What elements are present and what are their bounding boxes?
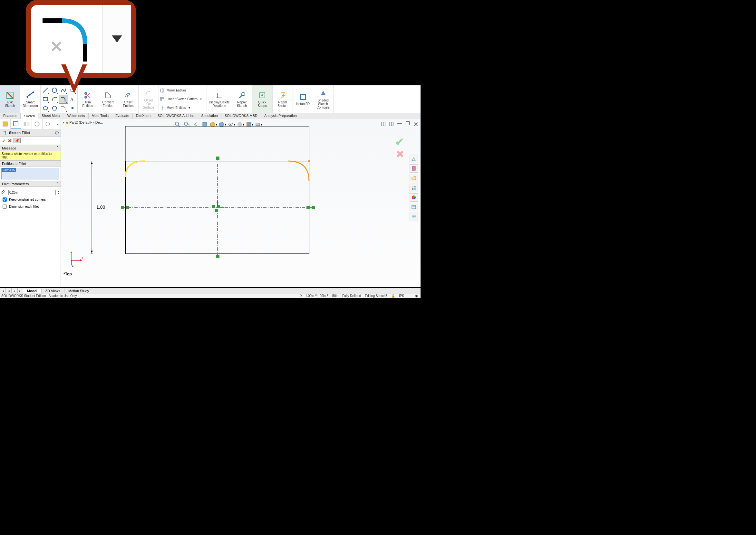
command-manager-tabs: Features Sketch Sheet Metal Weldments Mo… [0,113,421,119]
tab-weldments[interactable]: Weldments [64,113,89,119]
tab-evaluate[interactable]: Evaluate [112,113,133,119]
rectangle-tool-button[interactable] [41,95,50,103]
motion-study-tabs: |◂ ◂ ▸ ▸| Model 3D Views Motion Study 1 [0,288,421,294]
status-edition-text: SOLIDWORKS Student Edition - Academic Us… [0,294,300,297]
svg-rect-84 [212,205,215,208]
radius-icon [1,189,7,195]
tab-sketch[interactable]: Sketch [21,113,38,119]
polygon-tool-button[interactable] [50,104,59,112]
split-left-icon[interactable]: ◫ [381,121,386,128]
graphics-area[interactable]: ▸ ◆ Part2 (Default<<De... ◫ ◫ — ❐ ✕ ▾ ▾ … [61,119,421,287]
message-header: Message [2,146,16,150]
text-tool-button[interactable]: A [68,95,77,103]
svg-rect-24 [160,99,162,100]
help-icon[interactable]: ⓘ [55,130,59,135]
solidworks-resources-button[interactable] [410,155,418,163]
point-tool-button[interactable] [68,104,77,112]
quick-snaps-button[interactable]: Quick Snaps [252,85,273,113]
minimize-icon[interactable]: — [397,121,402,128]
offset-label: Offset Entities [123,100,134,108]
display-manager-tab[interactable] [43,119,53,129]
svg-rect-16 [72,107,73,109]
forum-button[interactable] [410,212,418,221]
tab-mold-tools[interactable]: Mold Tools [89,113,112,119]
view-triad: x z [67,251,83,268]
shaded-sketch-contours-button[interactable]: Shaded Sketch Contours [313,85,334,113]
display-delete-label: Display/Delete Relations [209,100,229,108]
rapid-sketch-button[interactable]: Rapid Sketch [273,85,293,113]
cancel-button[interactable]: ✖ [8,138,12,143]
collapse-icon[interactable]: ˄ [57,182,59,186]
arc-tool-button[interactable] [50,95,59,103]
svg-line-28 [240,95,242,98]
pushpin-button[interactable]: 📌 [14,138,21,143]
display-delete-relations-button[interactable]: Display/Delete Relations [207,85,232,113]
svg-marker-96 [70,251,72,253]
fillet-preview-left [125,161,145,177]
dimxpert-manager-tab[interactable] [32,119,43,129]
design-library-button[interactable] [410,164,418,173]
rapid-label: Rapid Sketch [277,100,287,108]
tab-sheet-metal[interactable]: Sheet Metal [38,113,64,119]
svg-rect-57 [414,186,416,187]
tab-solidworks-addins[interactable]: SOLIDWORKS Add-Ins [154,113,198,119]
sketch-fillet-icon-large [39,15,94,63]
entities-selection-list[interactable]: Fillet<1> [1,168,59,180]
repair-label: Repair Sketch [237,100,247,108]
tab-solidworks-mbd[interactable]: SOLIDWORKS MBD [221,113,261,119]
tab-features[interactable]: Features [0,113,21,119]
svg-point-91 [308,160,310,162]
move-entities-button[interactable]: Move Entities▾ [160,106,202,110]
linear-sketch-pattern-button[interactable]: Linear Sketch Pattern▾ [160,97,202,101]
status-coordinates: X: -1.00in Y: .00in Z: -.50in [300,294,338,297]
property-manager-panel: ▸ Sketch Fillet ⓘ ✔ ✖ 📌 Message˄ Select … [0,119,61,287]
instant2d-button[interactable]: Instant2D [293,85,313,113]
breadcrumb-text[interactable]: Part2 (Default<<De... [69,121,103,124]
property-manager-tab[interactable] [11,119,21,129]
view-palette-button[interactable] [410,183,418,192]
status-editing: Editing Sketch7 [365,294,387,297]
mirror-entities-button[interactable]: Mirror Entities [160,88,202,93]
configuration-manager-tab[interactable] [21,119,32,129]
exit-sketch-button[interactable]: Exit Sketch [0,85,20,113]
dimension-each-fillet-checkbox[interactable] [3,205,7,209]
radius-spin-down[interactable]: ▼ [57,192,59,195]
svg-rect-86 [215,209,218,212]
radius-spin-up[interactable]: ▲ [57,190,59,192]
collapse-icon[interactable]: ˄ [57,146,59,150]
entities-header: Entities to Fillet [2,162,26,166]
svg-marker-88 [217,200,218,203]
status-macro-icon[interactable]: ◉ [415,294,418,297]
tab-model[interactable]: Model [23,289,42,293]
fillet-radius-input[interactable] [8,190,56,195]
svg-rect-58 [412,188,414,190]
keep-constrained-corners-checkbox[interactable] [3,197,7,202]
tab-motion-study-1[interactable]: Motion Study 1 [65,289,96,293]
repair-sketch-button[interactable]: Repair Sketch [232,85,252,113]
close-icon[interactable]: ✕ [413,121,419,128]
dimension-vertical[interactable]: 1.00 [96,205,105,210]
custom-properties-button[interactable] [410,203,418,211]
tab-3d-views[interactable]: 3D Views [42,289,65,293]
instant2d-label: Instant2D [296,102,310,106]
file-explorer-button[interactable] [410,174,418,182]
collapse-icon[interactable]: ˄ [57,161,59,166]
sketch-fillet-button[interactable] [59,95,68,103]
chamfer-tool-button[interactable] [59,104,68,112]
selected-entity[interactable]: Fillet<1> [2,168,16,172]
ok-button[interactable]: ✔ [2,138,6,143]
appearances-button[interactable] [410,193,418,202]
svg-marker-70 [91,162,93,164]
feature-manager-tab[interactable] [0,119,11,129]
ellipse-tool-button[interactable] [41,104,50,112]
split-right-icon[interactable]: ◫ [389,121,394,128]
svg-rect-82 [306,206,310,209]
shaded-label: Shaded Sketch Contours [316,99,330,109]
status-units[interactable]: IPS [399,294,404,297]
maximize-icon[interactable]: ❐ [405,121,410,128]
tab-simulation[interactable]: Simulation [198,113,221,119]
tab-dimxpert[interactable]: DimXpert [133,113,154,119]
tab-analysis-preparation[interactable]: Analysis Preparation [261,113,300,119]
confirm-corner-ok[interactable]: ✔ [395,135,404,149]
confirm-corner-cancel[interactable]: ✖ [396,148,404,160]
